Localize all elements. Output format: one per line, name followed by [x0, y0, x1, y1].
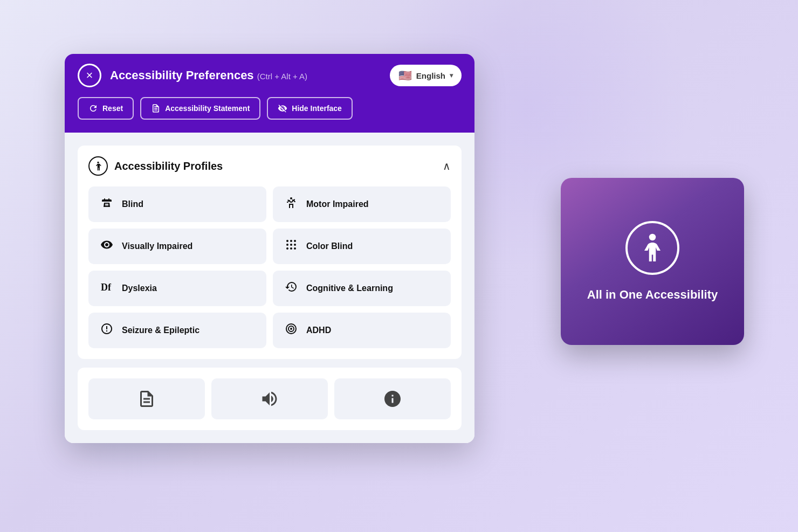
hide-icon [278, 103, 287, 113]
section-header: Accessibility Profiles ∧ [88, 156, 451, 176]
visually-impaired-label: Visually Impaired [122, 241, 192, 251]
profiles-section-title: Accessibility Profiles [114, 160, 223, 172]
hide-interface-button[interactable]: Hide Interface [267, 97, 353, 120]
section-title-group: Accessibility Profiles [88, 156, 223, 176]
profile-seizure[interactable]: Seizure & Epileptic [88, 313, 266, 348]
seizure-label: Seizure & Epileptic [122, 326, 200, 335]
a11y-person-icon [636, 232, 669, 264]
panel-header: × Accessibility Preferences (Ctrl + Alt … [65, 54, 474, 97]
accessibility-panel: × Accessibility Preferences (Ctrl + Alt … [65, 54, 474, 443]
flag-icon: 🇺🇸 [398, 69, 412, 82]
profile-cognitive-learning[interactable]: Cognitive & Learning [273, 271, 451, 306]
svg-point-1 [290, 197, 292, 199]
section-icon [88, 156, 108, 176]
dyslexia-icon: Df [99, 280, 114, 296]
panel-toolbar: Reset Accessibility Statement Hide Inter… [65, 97, 474, 133]
svg-point-10 [294, 247, 296, 250]
adhd-icon [284, 322, 299, 338]
svg-point-5 [286, 244, 288, 246]
language-label: English [416, 71, 445, 80]
adhd-label: ADHD [306, 326, 331, 335]
motor-impaired-label: Motor Impaired [306, 199, 369, 209]
panel-body: Accessibility Profiles ∧ Blind [65, 133, 474, 443]
profile-blind[interactable]: Blind [88, 186, 266, 222]
right-card-icon [625, 221, 679, 275]
reset-button[interactable]: Reset [78, 97, 134, 120]
right-card: All in One Accessibility [561, 178, 744, 345]
svg-text:Df: Df [101, 282, 112, 293]
svg-point-6 [290, 244, 292, 246]
profile-color-blind[interactable]: Color Blind [273, 229, 451, 264]
color-blind-label: Color Blind [306, 241, 353, 251]
svg-point-15 [649, 234, 656, 241]
svg-point-14 [290, 328, 292, 330]
right-card-title: All in One Accessibility [576, 288, 728, 302]
profile-grid: Blind Motor Impaired Visually Impaired [88, 186, 451, 348]
bottom-section [78, 368, 462, 430]
motor-impaired-icon [284, 196, 299, 212]
header-left: × Accessibility Preferences (Ctrl + Alt … [78, 64, 307, 87]
svg-point-8 [286, 247, 288, 250]
profiles-section: Accessibility Profiles ∧ Blind [78, 146, 462, 359]
close-button[interactable]: × [78, 64, 101, 87]
svg-point-0 [97, 162, 99, 163]
profile-adhd[interactable]: ADHD [273, 313, 451, 348]
profile-motor-impaired[interactable]: Motor Impaired [273, 186, 451, 222]
cognitive-label: Cognitive & Learning [306, 284, 393, 293]
blind-icon [99, 196, 114, 212]
collapse-button[interactable]: ∧ [443, 160, 451, 172]
visually-impaired-icon [99, 238, 114, 254]
panel-shortcut: (Ctrl + Alt + A) [257, 72, 307, 81]
seizure-icon [99, 322, 114, 338]
bottom-icons-grid [88, 378, 451, 419]
language-selector[interactable]: 🇺🇸 English ▾ [390, 65, 462, 86]
svg-point-2 [286, 240, 288, 242]
reset-icon [88, 103, 98, 113]
color-blind-icon [284, 238, 299, 254]
content-card[interactable] [88, 378, 205, 419]
blind-label: Blind [122, 199, 143, 209]
svg-point-3 [290, 240, 292, 242]
info-card[interactable] [334, 378, 451, 419]
info-icon [383, 389, 402, 409]
audio-card[interactable] [211, 378, 328, 419]
svg-point-7 [294, 244, 296, 246]
accessibility-statement-button[interactable]: Accessibility Statement [140, 97, 260, 120]
profile-visually-impaired[interactable]: Visually Impaired [88, 229, 266, 264]
svg-point-9 [290, 247, 292, 250]
cognitive-icon [284, 280, 299, 296]
accessibility-icon [93, 161, 104, 171]
panel-title: Accessibility Preferences (Ctrl + Alt + … [110, 68, 307, 82]
content-icon [137, 389, 156, 409]
profile-dyslexia[interactable]: Df Dyslexia [88, 271, 266, 306]
document-icon [151, 103, 161, 113]
dyslexia-label: Dyslexia [122, 284, 157, 293]
svg-point-4 [294, 240, 296, 242]
audio-icon [260, 389, 279, 409]
chevron-down-icon: ▾ [450, 72, 453, 79]
